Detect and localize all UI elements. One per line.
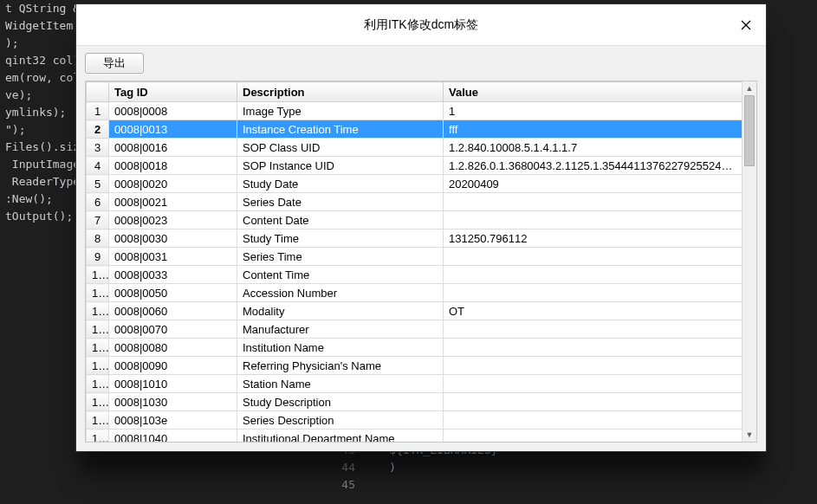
cell-description[interactable]: Series Time	[237, 248, 444, 266]
cell-description[interactable]: Series Date	[237, 193, 444, 211]
row-number[interactable]: 15	[87, 357, 109, 375]
cell-value[interactable]	[444, 411, 742, 430]
tag-table-scroll[interactable]: Tag ID Description Value 10008|0008Image…	[86, 81, 742, 442]
cell-value[interactable]: fff	[444, 120, 742, 139]
cell-value[interactable]	[444, 339, 742, 357]
table-row[interactable]: 30008|0016SOP Class UID1.2.840.10008.5.1…	[87, 139, 742, 157]
scrollbar-thumb[interactable]	[744, 95, 755, 166]
cell-value[interactable]	[444, 393, 742, 411]
cell-tag-id[interactable]: 0008|0070	[109, 320, 237, 339]
scroll-up-arrow-icon[interactable]: ▲	[742, 81, 756, 95]
cell-value[interactable]: 1	[444, 102, 742, 120]
cell-value[interactable]	[444, 284, 742, 302]
cell-description[interactable]: Accession Number	[237, 284, 444, 302]
table-row[interactable]: 180008|103eSeries Description	[87, 411, 742, 430]
cell-value[interactable]: OT	[444, 302, 742, 320]
header-tag-id[interactable]: Tag ID	[109, 82, 237, 102]
cell-tag-id[interactable]: 0008|0016	[109, 139, 237, 157]
corner-header[interactable]	[87, 82, 109, 102]
cell-tag-id[interactable]: 0008|0013	[109, 120, 237, 139]
row-number[interactable]: 8	[87, 229, 109, 248]
table-row[interactable]: 190008|1040Institutional Department Name	[87, 430, 742, 443]
cell-description[interactable]: Image Type	[237, 102, 444, 120]
cell-description[interactable]: Study Time	[237, 229, 444, 248]
cell-tag-id[interactable]: 0008|1030	[109, 393, 237, 411]
cell-description[interactable]: Modality	[237, 302, 444, 320]
cell-tag-id[interactable]: 0008|0060	[109, 302, 237, 320]
cell-tag-id[interactable]: 0008|1040	[109, 430, 237, 443]
cell-description[interactable]: Series Description	[237, 411, 444, 430]
cell-tag-id[interactable]: 0008|0020	[109, 175, 237, 193]
table-row[interactable]: 10008|0008Image Type1	[87, 102, 742, 120]
scroll-down-arrow-icon[interactable]: ▼	[742, 428, 756, 442]
row-number[interactable]: 17	[87, 393, 109, 411]
header-value[interactable]: Value	[444, 82, 742, 102]
row-number[interactable]: 5	[87, 175, 109, 193]
cell-tag-id[interactable]: 0008|0023	[109, 211, 237, 229]
table-row[interactable]: 80008|0030Study Time131250.796112	[87, 229, 742, 248]
table-row[interactable]: 170008|1030Study Description	[87, 393, 742, 411]
row-number[interactable]: 10	[87, 266, 109, 284]
table-row[interactable]: 120008|0060ModalityOT	[87, 302, 742, 320]
row-number[interactable]: 1	[87, 102, 109, 120]
cell-tag-id[interactable]: 0008|0031	[109, 248, 237, 266]
cell-description[interactable]: Study Description	[237, 393, 444, 411]
cell-value[interactable]	[444, 357, 742, 375]
cell-value[interactable]	[444, 193, 742, 211]
cell-value[interactable]	[444, 211, 742, 229]
table-row[interactable]: 160008|1010Station Name	[87, 375, 742, 393]
row-number[interactable]: 11	[87, 284, 109, 302]
cell-tag-id[interactable]: 0008|0008	[109, 102, 237, 120]
header-description[interactable]: Description	[237, 82, 444, 102]
table-row[interactable]: 50008|0020Study Date20200409	[87, 175, 742, 193]
row-number[interactable]: 4	[87, 157, 109, 175]
table-row[interactable]: 40008|0018SOP Instance UID1.2.826.0.1.36…	[87, 157, 742, 175]
row-number[interactable]: 3	[87, 139, 109, 157]
row-number[interactable]: 12	[87, 302, 109, 320]
cell-description[interactable]: SOP Instance UID	[237, 157, 444, 175]
cell-description[interactable]: Referring Physician's Name	[237, 357, 444, 375]
cell-tag-id[interactable]: 0008|0021	[109, 193, 237, 211]
row-number[interactable]: 6	[87, 193, 109, 211]
cell-tag-id[interactable]: 0008|1010	[109, 375, 237, 393]
cell-description[interactable]: Manufacturer	[237, 320, 444, 339]
cell-tag-id[interactable]: 0008|0050	[109, 284, 237, 302]
row-number[interactable]: 2	[87, 120, 109, 139]
cell-value[interactable]	[444, 266, 742, 284]
row-number[interactable]: 13	[87, 320, 109, 339]
cell-description[interactable]: Station Name	[237, 375, 444, 393]
cell-value[interactable]: 1.2.840.10008.5.1.4.1.1.7	[444, 139, 742, 157]
cell-description[interactable]: Content Time	[237, 266, 444, 284]
cell-tag-id[interactable]: 0008|0030	[109, 229, 237, 248]
table-row[interactable]: 90008|0031Series Time	[87, 248, 742, 266]
table-row[interactable]: 100008|0033Content Time	[87, 266, 742, 284]
cell-value[interactable]: 131250.796112	[444, 229, 742, 248]
cell-tag-id[interactable]: 0008|103e	[109, 411, 237, 430]
cell-description[interactable]: Content Date	[237, 211, 444, 229]
row-number[interactable]: 16	[87, 375, 109, 393]
cell-tag-id[interactable]: 0008|0033	[109, 266, 237, 284]
table-row[interactable]: 110008|0050Accession Number	[87, 284, 742, 302]
cell-tag-id[interactable]: 0008|0018	[109, 157, 237, 175]
row-number[interactable]: 18	[87, 411, 109, 430]
row-number[interactable]: 7	[87, 211, 109, 229]
cell-value[interactable]	[444, 248, 742, 266]
cell-value[interactable]	[444, 320, 742, 339]
cell-description[interactable]: Study Date	[237, 175, 444, 193]
table-row[interactable]: 140008|0080Institution Name	[87, 339, 742, 357]
cell-value[interactable]	[444, 430, 742, 443]
vertical-scrollbar[interactable]: ▲ ▼	[742, 81, 756, 442]
cell-description[interactable]: Institution Name	[237, 339, 444, 357]
table-row[interactable]: 20008|0013Instance Creation Timefff	[87, 120, 742, 139]
cell-tag-id[interactable]: 0008|0080	[109, 339, 237, 357]
row-number[interactable]: 14	[87, 339, 109, 357]
row-number[interactable]: 19	[87, 430, 109, 443]
cell-value[interactable]	[444, 375, 742, 393]
table-row[interactable]: 130008|0070Manufacturer	[87, 320, 742, 339]
cell-value[interactable]: 20200409	[444, 175, 742, 193]
table-row[interactable]: 70008|0023Content Date	[87, 211, 742, 229]
row-number[interactable]: 9	[87, 248, 109, 266]
cell-description[interactable]: Instance Creation Time	[237, 120, 444, 139]
table-row[interactable]: 60008|0021Series Date	[87, 193, 742, 211]
cell-tag-id[interactable]: 0008|0090	[109, 357, 237, 375]
